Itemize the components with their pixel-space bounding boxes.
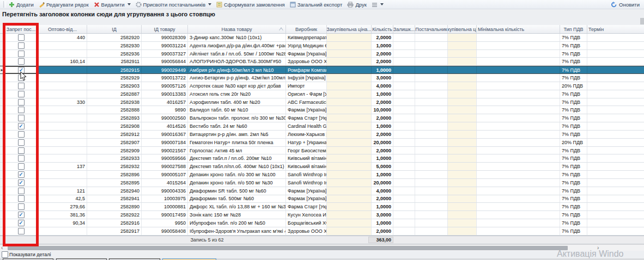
min-quantity-cell[interactable] <box>477 171 560 178</box>
purchase-price-1-cell[interactable] <box>327 187 372 195</box>
purchase-price-2-cell[interactable] <box>448 179 477 187</box>
ban-supplier-cell[interactable] <box>4 139 38 146</box>
min-quantity-cell[interactable] <box>477 34 560 41</box>
ban-supplier-cell[interactable] <box>4 203 38 211</box>
header-quantity[interactable]: Кількість <box>372 25 393 33</box>
supplier-cell[interactable] <box>415 34 448 41</box>
view-options-button[interactable] <box>372 2 384 8</box>
supplier-cell[interactable] <box>415 154 448 162</box>
table-row[interactable]: 2582917 990058408 Ібупрофен-Здоров'я Уль… <box>0 227 644 236</box>
purchase-price-2-cell[interactable] <box>448 34 477 41</box>
supplier-cell[interactable] <box>415 211 448 219</box>
supplier-cell[interactable] <box>415 203 448 211</box>
min-quantity-cell[interactable] <box>477 211 560 219</box>
purchase-price-2-cell[interactable] <box>448 171 477 178</box>
min-quantity-cell[interactable] <box>477 74 560 82</box>
supplier-cell[interactable] <box>415 114 448 122</box>
table-row[interactable]: 160,14 2582911 990056844 АЛОПУРИНОЛ-ЗДОР… <box>0 58 644 66</box>
min-quantity-cell[interactable] <box>477 227 560 235</box>
assign-suppliers-button[interactable]: Присвоїти постачальників <box>136 2 211 8</box>
purchase-price-2-cell[interactable] <box>448 122 477 130</box>
supplier-cell[interactable] <box>415 106 448 114</box>
purchase-price-1-cell[interactable] <box>327 58 372 65</box>
ban-supplier-checkbox[interactable] <box>18 34 25 41</box>
quantity-cell[interactable]: 1,0000 <box>372 66 393 73</box>
quantity-cell[interactable]: 2,0000 <box>372 50 393 58</box>
ban-supplier-checkbox[interactable] <box>18 51 25 57</box>
min-quantity-cell[interactable] <box>477 179 560 187</box>
purchase-price-1-cell[interactable] <box>327 219 372 227</box>
ban-supplier-cell[interactable] <box>4 34 38 41</box>
quantity-cell[interactable]: 1,0000 <box>372 154 393 162</box>
table-row[interactable]: 279,66 2582890 10000881 Дифорс XL табл. … <box>0 203 644 211</box>
create-order-button[interactable]: Сформувати замовлення <box>216 2 285 8</box>
header-product-id[interactable]: ІД товару <box>142 25 188 33</box>
table-row[interactable]: 381,36 2582922 990017459 Зонік капс 150 … <box>0 211 644 219</box>
table-row[interactable]: 2582915 990029449 Амбрия р/н д/инф.50мг/… <box>0 66 644 74</box>
min-quantity-cell[interactable] <box>477 139 560 146</box>
header-stock[interactable]: Залишк... <box>393 25 415 33</box>
ban-supplier-cell[interactable] <box>4 66 38 73</box>
ban-supplier-cell[interactable] <box>4 147 38 154</box>
ban-supplier-checkbox[interactable] <box>18 67 25 73</box>
ban-supplier-checkbox[interactable] <box>18 220 25 226</box>
purchase-price-2-cell[interactable] <box>448 66 477 73</box>
ban-supplier-cell[interactable] <box>4 179 38 187</box>
min-quantity-cell[interactable] <box>477 58 560 65</box>
min-quantity-cell[interactable] <box>477 147 560 154</box>
ban-supplier-checkbox[interactable] <box>18 131 25 138</box>
purchase-price-2-cell[interactable] <box>448 98 477 106</box>
ban-supplier-checkbox[interactable] <box>18 195 25 202</box>
min-quantity-cell[interactable] <box>477 219 560 227</box>
ban-supplier-cell[interactable] <box>4 154 38 162</box>
ban-supplier-cell[interactable] <box>4 74 38 82</box>
ban-supplier-checkbox[interactable] <box>18 58 25 65</box>
ban-supplier-checkbox[interactable] <box>18 115 25 121</box>
purchase-price-2-cell[interactable] <box>448 139 477 146</box>
ban-supplier-checkbox[interactable] <box>18 42 25 49</box>
supplier-cell[interactable] <box>415 66 448 73</box>
header-product-name[interactable]: Назва товару <box>188 25 286 33</box>
table-row[interactable]: 2582936 990037327 Айглінет табл.в / пл.о… <box>0 50 644 58</box>
table-row[interactable]: 137 2582932 990027588 Декстемп табл.п/пл… <box>0 163 644 171</box>
min-quantity-cell[interactable] <box>477 82 560 90</box>
table-row[interactable]: 2582907 990007184 Гематоген Натур+ плитк… <box>0 139 644 147</box>
header-purchase-price-1[interactable]: Закупівельна ціна... <box>327 25 372 33</box>
table-row[interactable]: 2582903 990057126 Аспротек саше №30 карт… <box>0 82 644 90</box>
ban-supplier-checkbox[interactable] <box>18 107 25 113</box>
purchase-price-1-cell[interactable] <box>327 163 372 170</box>
purchase-price-2-cell[interactable] <box>448 50 477 58</box>
supplier-cell[interactable] <box>415 227 448 235</box>
purchase-price-2-cell[interactable] <box>448 106 477 114</box>
quantity-cell[interactable]: 3,0000 <box>372 211 393 219</box>
purchase-price-1-cell[interactable] <box>327 114 372 122</box>
supplier-cell[interactable] <box>415 122 448 130</box>
refresh-button[interactable]: Оновити <box>611 2 640 8</box>
quantity-cell[interactable]: 2,0000 <box>372 98 393 106</box>
ban-supplier-cell[interactable] <box>4 114 38 122</box>
ban-supplier-cell[interactable] <box>4 98 38 106</box>
purchase-price-2-cell[interactable] <box>448 195 477 203</box>
purchase-price-1-cell[interactable] <box>327 131 372 138</box>
purchase-price-1-cell[interactable] <box>327 98 372 106</box>
purchase-price-2-cell[interactable] <box>448 58 477 65</box>
quantity-cell[interactable]: 1,0000 <box>372 42 393 49</box>
supplier-cell[interactable] <box>415 42 448 49</box>
ban-supplier-cell[interactable] <box>4 58 38 65</box>
quantity-cell[interactable]: 2,0000 <box>372 114 393 122</box>
supplier-cell[interactable] <box>415 90 448 98</box>
supplier-cell[interactable] <box>415 219 448 227</box>
supplier-cell[interactable] <box>415 171 448 178</box>
table-row[interactable]: 2582930 990031224 Адента лиофил.д/р-ра д… <box>0 42 644 50</box>
ban-supplier-checkbox[interactable] <box>18 155 25 162</box>
ban-supplier-cell[interactable] <box>4 106 38 114</box>
purchase-price-2-cell[interactable] <box>448 74 477 82</box>
min-quantity-cell[interactable] <box>477 131 560 138</box>
supplier-cell[interactable] <box>415 82 448 90</box>
purchase-price-1-cell[interactable] <box>327 122 372 130</box>
purchase-price-2-cell[interactable] <box>448 114 477 122</box>
show-details-checkbox[interactable] <box>2 251 8 258</box>
min-quantity-cell[interactable] <box>477 50 560 58</box>
print-button[interactable]: Друк <box>347 2 367 8</box>
quantity-cell[interactable]: 2,0000 <box>372 131 393 138</box>
